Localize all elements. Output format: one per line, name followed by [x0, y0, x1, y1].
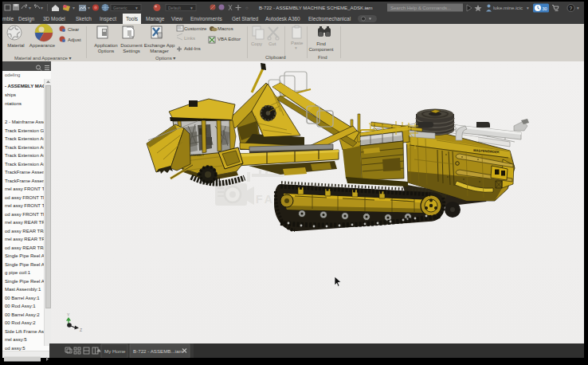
svg-text:Z: Z [80, 328, 82, 332]
svg-text:FA: FA [256, 193, 275, 206]
svg-text:ASSEMBLY: ASSEMBLY [189, 154, 205, 157]
svg-text:Y: Y [67, 312, 70, 317]
